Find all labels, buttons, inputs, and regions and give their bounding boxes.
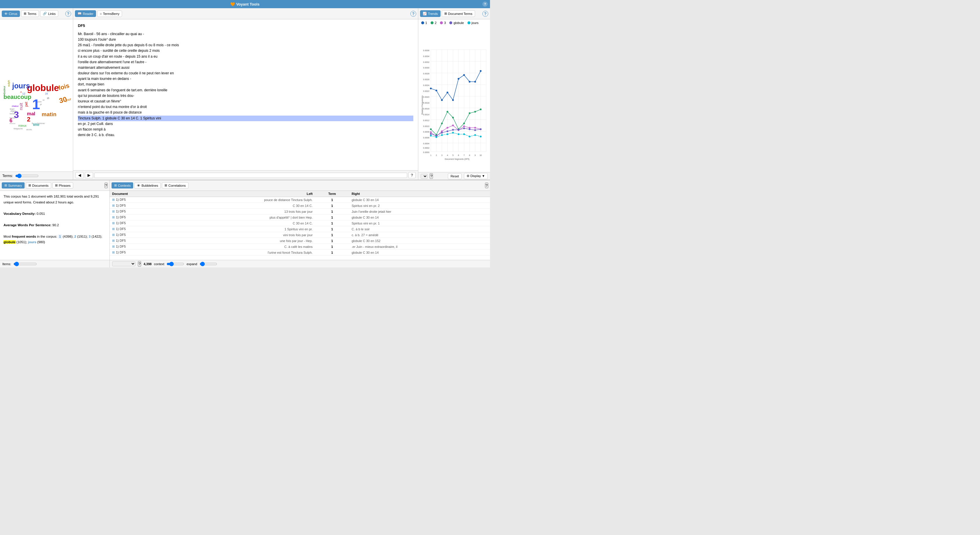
trends-select-help[interactable]: ?: [430, 173, 433, 179]
reader-prev-button[interactable]: ◀: [76, 172, 84, 178]
reader-search-help[interactable]: ?: [408, 172, 416, 178]
legend-dot-3: [440, 21, 443, 24]
contexts-select-help[interactable]: ?: [138, 261, 141, 267]
svg-point-88: [469, 135, 470, 137]
expand-row-button[interactable]: ⊞: [112, 221, 115, 225]
expand-row-button[interactable]: ⊞: [112, 250, 115, 254]
word-soir[interactable]: soir: [47, 90, 50, 92]
svg-text:0.0036: 0.0036: [423, 49, 430, 51]
legend-dot-1: [421, 21, 424, 24]
word-pet[interactable]: pet: [24, 102, 29, 107]
cell-term: 1: [315, 232, 349, 238]
tab-cirrus[interactable]: 👁 Cirrus: [2, 11, 20, 17]
titlebar-help-button[interactable]: ?: [482, 2, 488, 7]
cell-doc: ⊞1) DF5: [110, 203, 167, 209]
word-fois[interactable]: fois: [58, 82, 70, 92]
word-jours[interactable]: jours: [12, 82, 30, 90]
tab-contexts[interactable]: ⊞ Contexts: [111, 182, 133, 188]
summary-help-button[interactable]: ?: [105, 183, 108, 188]
word-sulph[interactable]: sulph: [7, 80, 10, 87]
tab-reader[interactable]: 📖 Reader: [75, 10, 96, 17]
word-chaleur[interactable]: chaleur: [12, 105, 19, 107]
word-lacces[interactable]: l'accès: [10, 117, 16, 119]
tab-summary[interactable]: ⊞ Summary: [2, 182, 25, 188]
tab-correlations[interactable]: ⊞ Correlations: [162, 182, 188, 188]
tab-links[interactable]: 🔗 Links: [40, 10, 58, 17]
word-24[interactable]: 24: [45, 92, 48, 95]
book-icon: 📖: [78, 12, 82, 16]
word-4[interactable]: 4: [20, 91, 22, 93]
eye-icon: 👁: [5, 12, 8, 16]
word-matin[interactable]: matin: [41, 111, 56, 117]
tab-bubblelines[interactable]: 👁 Bubblelines: [134, 183, 161, 188]
expand-slider[interactable]: [200, 262, 217, 266]
expand-row-button[interactable]: ⊞: [112, 210, 115, 213]
circle-icon: ○: [100, 12, 102, 16]
word-gauche[interactable]: gauche: [16, 127, 23, 130]
word-douleur[interactable]: douleur: [3, 86, 6, 94]
display-button[interactable]: ⚙ Display ▼: [464, 173, 488, 179]
word-accès[interactable]: accès: [26, 129, 32, 131]
tab-docterms[interactable]: ⊞ Document Terms: [442, 10, 475, 17]
contexts-table: Document Left Term Right ⊞1) DF5 pouce d…: [110, 191, 490, 260]
bubblelines-eye-icon: 👁: [137, 184, 140, 187]
context-slider[interactable]: [167, 262, 184, 266]
word-n[interactable]: n: [43, 88, 44, 91]
word-tinctura[interactable]: tinctura: [10, 123, 16, 124]
word-ventat[interactable]: Ventat: [10, 113, 15, 115]
word-lestomac[interactable]: l'estomac: [37, 123, 45, 124]
svg-point-77: [463, 127, 465, 129]
svg-point-57: [463, 123, 465, 124]
word-mieux[interactable]: mieux: [18, 124, 27, 127]
svg-point-41: [430, 88, 432, 89]
svg-point-71: [430, 133, 432, 135]
word-beaucoup[interactable]: beaucoup: [3, 94, 31, 100]
left-help-button[interactable]: ?: [65, 11, 71, 17]
expand-row-button[interactable]: ⊞: [112, 204, 115, 207]
word-1[interactable]: 1: [32, 96, 40, 112]
word-10[interactable]: 10: [43, 99, 45, 101]
correlations-grid-icon: ⊞: [164, 183, 167, 187]
svg-point-49: [474, 81, 476, 83]
svg-text:0.0026: 0.0026: [423, 78, 430, 81]
contexts-select[interactable]: [112, 261, 135, 266]
word-point[interactable]: point: [37, 101, 41, 103]
cell-left: C. à café les matins: [167, 244, 315, 250]
right-help-button[interactable]: ?: [482, 11, 488, 17]
word-leger[interactable]: léger: [10, 108, 14, 110]
word-12[interactable]: 12: [22, 92, 25, 95]
tab-documents[interactable]: ⊞ Documents: [26, 182, 51, 188]
expand-row-button[interactable]: ⊞: [112, 245, 115, 248]
tab-termsberry[interactable]: ○ TermsBerry: [97, 11, 122, 17]
reader-next-button[interactable]: ▶: [85, 172, 93, 178]
svg-point-50: [480, 70, 482, 72]
expand-row-button[interactable]: ⊞: [112, 227, 115, 231]
expand-row-button[interactable]: ⊞: [112, 239, 115, 242]
word-8[interactable]: 8: [32, 122, 33, 125]
right-tab-bar: 📈 Trends ⊞ Document Terms ?: [418, 8, 490, 19]
word-regles[interactable]: règles: [11, 110, 16, 112]
items-slider[interactable]: [13, 262, 37, 266]
contexts-help-button[interactable]: ?: [485, 183, 488, 188]
word-2[interactable]: 2: [27, 116, 30, 123]
expand-row-button[interactable]: ⊞: [112, 215, 115, 219]
svg-point-89: [474, 134, 476, 136]
word-nuit[interactable]: nuit: [18, 103, 24, 110]
reset-button[interactable]: Reset: [448, 173, 461, 179]
terms-slider[interactable]: [15, 174, 39, 178]
trends-select[interactable]: [421, 174, 428, 179]
reader-line: Tinctura Sulph. 1 globule C 30 en 14 C. …: [78, 116, 413, 121]
svg-text:0.0000: 0.0000: [423, 151, 430, 153]
tab-terms[interactable]: ⊞ Terms: [21, 10, 39, 17]
reader-search-input[interactable]: [94, 173, 407, 178]
svg-text:0.0030: 0.0030: [423, 67, 430, 69]
middle-help-button[interactable]: ?: [410, 11, 416, 17]
word-globule[interactable]: globule: [27, 83, 59, 93]
word-pr[interactable]: pr: [40, 103, 42, 106]
word-15[interactable]: 15: [47, 97, 49, 100]
svg-point-58: [469, 112, 470, 114]
expand-row-button[interactable]: ⊞: [112, 198, 115, 201]
expand-row-button[interactable]: ⊞: [112, 233, 115, 236]
tab-trends[interactable]: 📈 Trends: [420, 10, 441, 17]
tab-phrases[interactable]: ⊞ Phrases: [52, 182, 73, 188]
